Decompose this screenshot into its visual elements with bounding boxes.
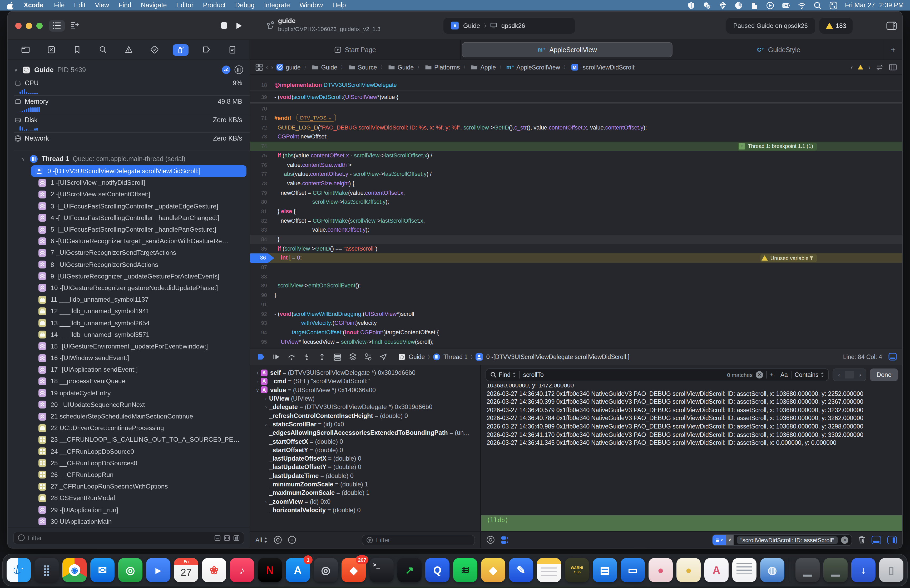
dock-spotify[interactable]: ≋ <box>453 558 477 582</box>
dock-netflix[interactable]: N <box>258 558 282 582</box>
code-line[interactable]: 77 abs(value.contentOffset.y - scrollVie… <box>250 170 902 179</box>
stack-frame[interactable]: 1 -[UIScrollView _notifyDidScroll] <box>8 177 250 189</box>
prev-issue-icon[interactable]: ‹ <box>851 64 853 70</box>
dock-media-app[interactable]: ◆ <box>481 558 505 582</box>
breakpoint-marker[interactable]: 86 <box>250 254 274 263</box>
lldb-prompt[interactable]: (lldb) <box>481 515 902 531</box>
toggle-console-view-icon[interactable] <box>887 536 897 544</box>
code-line[interactable]: 81 } else { <box>250 207 902 216</box>
debug-crumb-app[interactable]: Guide <box>409 354 425 360</box>
close-window-button[interactable] <box>15 23 22 29</box>
compose-editor-icon[interactable] <box>67 20 83 31</box>
hide-debug-area-icon[interactable] <box>255 351 267 362</box>
stack-frame[interactable]: 13 ___lldb_unnamed_symbol2654 <box>8 317 250 329</box>
menu-item-integrate[interactable]: Integrate <box>259 0 295 11</box>
menu-item-window[interactable]: Window <box>295 0 328 11</box>
stack-frame[interactable]: 11 ___lldb_unnamed_symbol1137 <box>8 294 250 305</box>
battery-charging-icon[interactable] <box>782 1 790 10</box>
find-input-value[interactable]: scrollTo <box>523 372 544 378</box>
minimize-window-button[interactable] <box>26 23 32 29</box>
gauge-memory[interactable]: Memory49.8 MB <box>14 96 250 114</box>
next-issue-icon[interactable]: › <box>868 64 871 70</box>
thread-disclosure[interactable]: ∨ <box>22 156 26 162</box>
dock-facetime[interactable]: ▸ <box>146 558 170 582</box>
show-only-icon[interactable] <box>274 536 282 544</box>
filter-flag-icon-1[interactable] <box>214 535 221 541</box>
thread-row[interactable]: ∨ Thread 1 Queue: com.apple.main-thread … <box>8 151 250 165</box>
code-line[interactable]: 93 withVelocity:(CGPoint)velocity <box>250 318 902 328</box>
warning-count-badge[interactable]: 183 <box>819 18 853 34</box>
code-line[interactable]: 73 CGPoint newOffset; <box>250 132 902 142</box>
warning-badge[interactable]: Unused variable 'i' <box>760 254 817 262</box>
toggle-variables-view-icon[interactable] <box>871 536 881 544</box>
stack-frame[interactable]: 18 __processEventQueue <box>8 376 250 387</box>
show-only-icon[interactable] <box>487 536 495 544</box>
debug-navigator-icon[interactable] <box>173 44 189 55</box>
dock-files[interactable]: ▤ <box>593 558 617 582</box>
dock-music[interactable]: ♪ <box>230 558 254 582</box>
project-name[interactable]: guide <box>278 18 380 24</box>
code-line[interactable]: 95 UIView* focusedView = scrollView->fin… <box>250 337 902 346</box>
toggle-navigator-icon[interactable] <box>49 20 65 31</box>
code-line[interactable]: 79 newOffset = CGPointMake(value.content… <box>250 188 902 197</box>
issue-navigator-icon[interactable] <box>121 44 137 55</box>
dock-globe-app[interactable]: ◍ <box>760 558 784 582</box>
debug-area-toggle-icon[interactable] <box>888 353 897 360</box>
code-line[interactable]: 86 int i = 0;Unused variable 'i' <box>250 254 902 263</box>
match-case-button[interactable]: Aa <box>781 372 788 378</box>
find-next-button[interactable]: › <box>855 371 866 378</box>
code-line[interactable]: 87 <box>250 263 902 272</box>
stack-frame[interactable]: 24 __CFRunLoopDoSource0 <box>8 446 250 457</box>
test-navigator-icon[interactable] <box>147 44 162 55</box>
code-line[interactable]: 94 targetContentOffset:(inout CGPoint*)t… <box>250 328 902 337</box>
disclosure-icon[interactable]: › <box>254 370 261 375</box>
stack-frame[interactable]: 4 -[_UIFocusFastScrollingController _han… <box>8 212 250 224</box>
report-navigator-icon[interactable] <box>224 44 240 55</box>
breadcrumb-item[interactable]: 〉Source <box>341 63 377 71</box>
variables-scope-select[interactable]: All <box>255 537 268 543</box>
tab-guidestyle[interactable]: C⁺GuideStyle <box>674 40 884 60</box>
project-navigator-icon[interactable] <box>18 44 33 55</box>
dock-stocks[interactable]: ↗ <box>397 558 422 582</box>
stack-frame[interactable]: 16 -[UIWindow sendEvent:] <box>8 352 250 364</box>
execution-badge[interactable]: ≡Thread 1: breakpoint 1.1 (1) <box>738 142 817 150</box>
stack-frame[interactable]: 25 __CFRunLoopDoSources0 <box>8 457 250 469</box>
gauge-view-icon[interactable] <box>222 65 231 74</box>
control-center-icon[interactable] <box>829 1 837 10</box>
dock-minimized-window-2[interactable]: ▁ <box>823 558 848 582</box>
stack-frame[interactable]: 14 ___lldb_unnamed_symbol3571 <box>8 329 250 340</box>
variable-row[interactable]: _lastUpdateOffsetX = (double) 0 <box>253 454 480 463</box>
code-line[interactable]: 92- (void)scrollViewWillEndDragging:(UIS… <box>250 309 902 318</box>
console-filter-field[interactable]: ≣∨ ∨ "scrollViewDidScroll: ID: assetScro… <box>712 534 852 546</box>
breadcrumb-item[interactable]: 〉M-scrollViewDidScroll: <box>563 63 636 71</box>
code-line[interactable]: 74≡Thread 1: breakpoint 1.1 (1) <box>250 142 902 151</box>
menu-item-product[interactable]: Product <box>198 0 230 11</box>
stack-frame[interactable]: 0 -[DTVV3UIScrollViewDelegate scrollView… <box>31 165 246 177</box>
play-circle-icon[interactable] <box>766 1 774 10</box>
dock-calendar[interactable]: Fri27 <box>174 558 198 582</box>
code-line[interactable]: 80 scrollView->lastScrollOffset.y); <box>250 198 902 207</box>
new-tab-button[interactable]: + <box>884 40 902 60</box>
breadcrumb-item[interactable]: 〉m⁺AppleScrollView <box>499 63 560 71</box>
disclosure-icon[interactable]: › <box>254 379 261 384</box>
editor-options-icon[interactable] <box>889 64 897 71</box>
stack-frame[interactable]: 15 -[UIGestureEnvironment _updateForEven… <box>8 341 250 352</box>
debug-crumb-frame[interactable]: 0 -[DTVV3UIScrollViewDelegate scrollView… <box>487 354 630 360</box>
find-navigator-icon[interactable] <box>95 44 111 55</box>
dock-lamp-pink[interactable]: ● <box>648 558 673 582</box>
variable-row[interactable]: ›UIView (UIView) <box>253 394 480 403</box>
dock-mail[interactable]: ✉ <box>91 558 115 582</box>
stack-frame[interactable]: 10 -[UIGestureRecognizer gestureNode:did… <box>8 282 250 294</box>
gauge-cpu[interactable]: CPU9% <box>14 78 250 96</box>
find-field[interactable]: Find scrollTo 0 matches ✕ + Aa <box>485 368 829 381</box>
code-line[interactable]: 78 value.contentSize.height) { <box>250 179 902 188</box>
stack-frame[interactable]: 28 GSEventRunModal <box>8 493 250 504</box>
menu-item-edit[interactable]: Edit <box>69 0 90 11</box>
code-line[interactable]: 39- (void)scrollViewDidScroll:(UIScrollV… <box>250 92 902 102</box>
resume-button[interactable] <box>236 22 242 29</box>
dock-trash[interactable]: ▯ <box>879 558 904 582</box>
tab-applescrollview[interactable]: m⁺AppleScrollView <box>462 42 672 57</box>
variable-row[interactable]: _minimumZoomScale = (double) 1 <box>253 480 480 489</box>
menu-app-name[interactable]: Xcode <box>19 0 48 11</box>
step-into-icon[interactable] <box>301 351 313 362</box>
